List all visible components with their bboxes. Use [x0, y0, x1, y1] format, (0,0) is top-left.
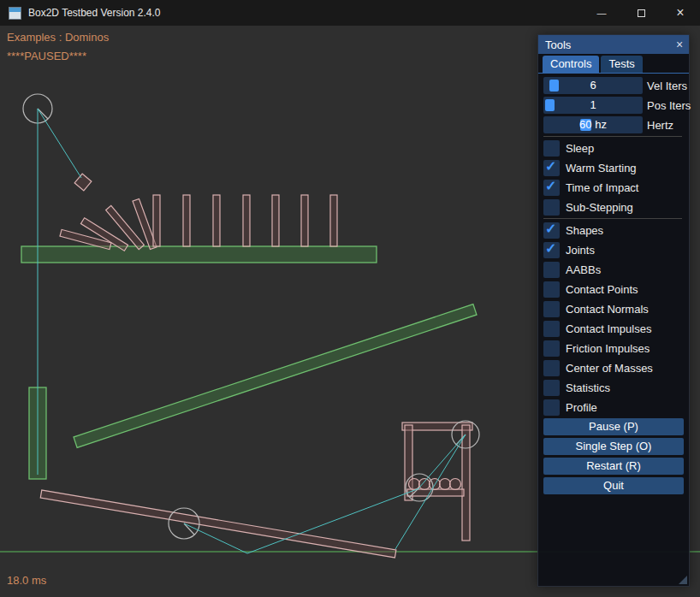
small-ball	[440, 479, 451, 490]
checkbox-box[interactable]: ✓	[543, 399, 560, 416]
paused-label: ****PAUSED****	[7, 50, 86, 62]
checkbox-box[interactable]: ✓	[543, 242, 560, 258]
resize-grip[interactable]	[679, 576, 687, 584]
checkbox-box[interactable]: ✓	[543, 140, 560, 157]
vel-iters-row: 6 Vel Iters	[543, 77, 682, 94]
separator	[543, 218, 682, 219]
tools-window: Tools × Controls Tests 6 Vel Iters 1 Pos…	[537, 34, 690, 587]
cage-shelf	[407, 489, 464, 496]
checkbox-box[interactable]: ✓	[543, 360, 560, 376]
tab-controls[interactable]: Controls	[543, 56, 599, 73]
checkbox-box[interactable]: ✓	[543, 199, 560, 216]
checkbox-joints[interactable]: ✓ Joints	[543, 241, 682, 258]
hanging-box	[74, 174, 92, 191]
single-step-button[interactable]: Single Step (O)	[543, 438, 684, 455]
tab-tests[interactable]: Tests	[601, 56, 642, 73]
window-title: Box2D Testbed Version 2.4.0	[28, 7, 161, 19]
distance-joint	[38, 109, 81, 178]
checkbox-friction-impulses[interactable]: ✓ Friction Impulses	[543, 340, 682, 357]
checkbox-statistics[interactable]: ✓ Statistics	[543, 379, 682, 396]
pos-iters-slider[interactable]: 1	[543, 97, 643, 114]
checkbox-shapes[interactable]: ✓ Shapes	[543, 222, 682, 239]
checkbox-box[interactable]: ✓	[543, 180, 560, 196]
domino	[183, 195, 190, 246]
quit-button[interactable]: Quit	[543, 477, 684, 494]
small-ball	[409, 479, 420, 490]
tools-titlebar[interactable]: Tools ×	[538, 35, 689, 54]
panel-body: 6 Vel Iters 1 Pos Iters 60 hz Hertz ✓ Sl…	[538, 74, 689, 494]
checkbox-box[interactable]: ✓	[543, 222, 560, 239]
close-button[interactable]: ×	[661, 0, 700, 26]
tab-bar: Controls Tests	[538, 54, 689, 74]
checkbox-sleep[interactable]: ✓ Sleep	[543, 139, 682, 157]
domino	[330, 195, 337, 246]
checkbox-center-of-masses[interactable]: ✓ Center of Masses	[543, 359, 682, 376]
maximize-icon	[638, 9, 645, 17]
hertz-row: 60 hz Hertz	[543, 116, 682, 133]
domino	[301, 195, 308, 246]
check-icon: ✓	[545, 178, 556, 194]
check-icon: ✓	[545, 158, 556, 174]
hertz-slider[interactable]: 60 hz	[543, 116, 643, 133]
dynamic-bodies	[40, 174, 472, 558]
pos-iters-label: Pos Iters	[647, 99, 691, 112]
checkbox-contact-impulses[interactable]: ✓ Contact Impulses	[543, 320, 682, 337]
domino-platform	[21, 246, 377, 263]
seesaw-plank	[40, 490, 396, 558]
hertz-label: Hertz	[647, 119, 673, 132]
example-label: Examples : Dominos	[7, 31, 109, 44]
window-titlebar[interactable]: Box2D Testbed Version 2.4.0 — ×	[0, 0, 700, 26]
checkbox-box[interactable]: ✓	[543, 301, 560, 317]
minimize-button[interactable]: —	[582, 0, 621, 26]
checkbox-warm-starting[interactable]: ✓ Warm Starting	[543, 159, 682, 176]
tools-title: Tools	[545, 38, 571, 51]
checkbox-box[interactable]: ✓	[543, 380, 560, 396]
small-ball	[419, 479, 430, 490]
pause-button[interactable]: Pause (P)	[543, 418, 684, 435]
vel-iters-slider[interactable]: 6	[543, 77, 643, 94]
check-icon: ✓	[545, 221, 556, 237]
checkbox-aabbs[interactable]: ✓ AABBs	[543, 261, 682, 278]
checkbox-sub-stepping[interactable]: ✓ Sub-Stepping	[543, 198, 682, 216]
checkbox-box[interactable]: ✓	[543, 321, 560, 337]
checkbox-contact-normals[interactable]: ✓ Contact Normals	[543, 300, 682, 317]
close-icon: ×	[676, 5, 684, 21]
cage-right-post	[462, 425, 470, 541]
minimize-icon: —	[597, 8, 607, 18]
vel-iters-label: Vel Iters	[647, 80, 687, 92]
maximize-button[interactable]	[621, 0, 661, 26]
checkbox-contact-points[interactable]: ✓ Contact Points	[543, 281, 682, 298]
checkbox-box[interactable]: ✓	[543, 262, 560, 278]
small-ball	[450, 479, 461, 490]
domino	[153, 195, 160, 246]
checkbox-box[interactable]: ✓	[543, 340, 560, 357]
checkbox-profile[interactable]: ✓ Profile	[543, 399, 682, 416]
check-icon: ✓	[545, 240, 556, 257]
panel-close-icon[interactable]: ×	[670, 38, 689, 51]
checkbox-box[interactable]: ✓	[543, 281, 560, 298]
domino	[272, 195, 279, 246]
restart-button[interactable]: Restart (R)	[543, 458, 684, 475]
checkbox-time-of-impact[interactable]: ✓ Time of Impact	[543, 179, 682, 196]
separator	[543, 136, 682, 137]
checkbox-box[interactable]: ✓	[543, 160, 560, 176]
circle-radius-line	[184, 523, 194, 535]
domino	[243, 195, 250, 246]
app-icon	[9, 7, 21, 20]
frame-time-label: 18.0 ms	[7, 574, 46, 587]
pos-iters-row: 1 Pos Iters	[543, 97, 682, 114]
domino	[213, 195, 220, 246]
